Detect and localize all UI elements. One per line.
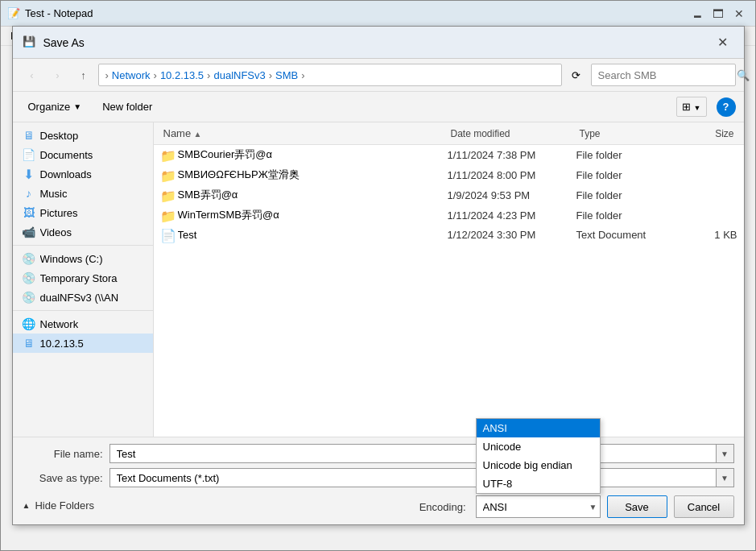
column-name[interactable]: Name ▲ [160, 126, 448, 141]
organize-chevron-icon: ▼ [73, 102, 81, 111]
filename-row: File name: ▼ [23, 444, 734, 463]
new-folder-button[interactable]: New folder [95, 97, 159, 117]
file-type: File folder [576, 189, 673, 201]
sidebar-documents-label: Documents [40, 149, 93, 161]
column-date[interactable]: Date modified [448, 126, 576, 141]
folder-icon: 📁 [160, 168, 173, 181]
forward-button[interactable]: › [47, 64, 69, 86]
breadcrumb-sep2: › [207, 69, 210, 81]
file-row[interactable]: 📁SMB弄罚@α1/9/2024 9:53 PMFile folder [154, 185, 744, 205]
breadcrumb-dual[interactable]: dualNFSv3 [213, 69, 265, 81]
nav-bar: Organize ▼ New folder ⊞ ▼ ? [13, 92, 744, 122]
sidebar-pictures-label: Pictures [40, 207, 78, 219]
notepad-window: 📝 Test - Notepad 🗕 🗖 ✕ File Edit Format … [0, 0, 756, 551]
savetype-dropdown-arrow[interactable]: ▼ [717, 468, 734, 487]
sidebar-item-music[interactable]: ♪ Music [13, 184, 153, 203]
refresh-icon: ⟳ [572, 69, 580, 81]
folder-icon: 📁 [160, 188, 173, 201]
back-icon: ‹ [30, 69, 33, 81]
breadcrumb-smb[interactable]: SMB [275, 69, 298, 81]
file-type: File folder [576, 209, 673, 222]
savetype-input[interactable] [109, 468, 717, 487]
hide-folders-button[interactable]: ▲ Hide Folders [23, 499, 95, 512]
encoding-select[interactable]: ANSIUnicodeUnicode big endianUTF-8 [476, 495, 601, 518]
sort-icon: ▲ [194, 130, 202, 139]
view-toggle-button[interactable]: ⊞ ▼ [676, 97, 707, 117]
back-button[interactable]: ‹ [21, 64, 43, 86]
file-date: 1/11/2024 8:00 PM [448, 169, 576, 181]
sidebar-divider2 [13, 310, 153, 311]
sidebar-item-videos[interactable]: 📹 Videos [13, 222, 153, 242]
sidebar-item-network[interactable]: 🌐 Network [13, 314, 153, 334]
up-button[interactable]: ↑ [72, 64, 95, 86]
refresh-button[interactable]: ⟳ [565, 64, 588, 86]
file-row[interactable]: 📁SMBCourier弄罚@α1/11/2024 7:38 PMFile fol… [154, 145, 744, 165]
sidebar-videos-label: Videos [40, 226, 72, 238]
folder-icon: 📁 [160, 209, 173, 222]
dialog-close-button[interactable]: ✕ [712, 31, 734, 54]
up-icon: ↑ [81, 69, 86, 81]
file-row[interactable]: 📄Test1/12/2024 3:30 PMText Document1 KB [154, 226, 744, 244]
sidebar-ip-label: 10.2.13.5 [40, 338, 84, 350]
file-size: 1 KB [673, 229, 737, 241]
column-type[interactable]: Type [576, 126, 673, 141]
encoding-option-utf8[interactable]: UTF-8 [477, 474, 600, 493]
dialog-title: Save As [43, 36, 712, 49]
sidebar-item-pictures[interactable]: 🖼 Pictures [13, 203, 153, 222]
sidebar-item-windows-c[interactable]: 💿 Windows (C:) [13, 249, 153, 268]
save-as-dialog: 💾 Save As ✕ ‹ › ↑ › Network › [12, 26, 745, 525]
videos-icon: 📹 [23, 226, 35, 238]
sidebar-item-documents[interactable]: 📄 Documents [13, 145, 153, 164]
downloads-icon: ⬇ [23, 168, 35, 180]
search-input[interactable] [598, 69, 733, 81]
documents-icon: 📄 [23, 148, 35, 161]
encoding-option-unicode-be[interactable]: Unicode big endian [477, 456, 600, 474]
file-row[interactable]: 📁SMBИΘΩϜЄНЬΡЖ堂滑奥1/11/2024 8:00 PMFile fo… [154, 165, 744, 185]
cancel-button[interactable]: Cancel [674, 495, 734, 518]
sidebar-item-desktop[interactable]: 🖥 Desktop [13, 126, 153, 145]
nfs-drive-icon: 💿 [23, 291, 35, 304]
breadcrumb[interactable]: › Network › 10.2.13.5 › dualNFSv3 › SMB … [98, 64, 562, 86]
column-size[interactable]: Size [673, 126, 737, 141]
save-button[interactable]: Save [607, 495, 667, 518]
file-list-header: Name ▲ Date modified Type Size [154, 122, 744, 145]
toolbar: ‹ › ↑ › Network › 10.2.13.5 › dualNFSv3 … [13, 59, 744, 92]
filename-dropdown-arrow[interactable]: ▼ [717, 444, 734, 463]
desktop-icon: 🖥 [23, 129, 35, 142]
breadcrumb-network[interactable]: Network [112, 69, 151, 81]
breadcrumb-sep1: › [154, 69, 157, 81]
footer-row: ▲ Hide Folders Encoding: ANSIUnicodeUnic… [23, 492, 734, 518]
windows-drive-icon: 💿 [23, 252, 35, 265]
view-chevron-icon: ▼ [694, 104, 701, 112]
filename-label: File name: [23, 448, 103, 460]
savetype-input-wrap: ▼ [109, 468, 734, 487]
hide-folders-label: Hide Folders [35, 499, 94, 512]
encoding-option-ansi[interactable]: ANSI [477, 419, 600, 437]
sidebar-item-dualnfsv3[interactable]: 💿 dualNFSv3 (\\AN [13, 288, 153, 307]
content-area: 🖥 Desktop 📄 Documents ⬇ Downloads ♪ Musi… [13, 122, 744, 437]
file-name: SMB弄罚@α [178, 188, 448, 202]
search-bar[interactable]: 🔍 [591, 64, 736, 86]
sidebar-item-temp-storage[interactable]: 💿 Temporary Stora [13, 268, 153, 288]
filename-input[interactable] [109, 444, 717, 463]
help-icon: ? [723, 101, 729, 113]
encoding-option-unicode[interactable]: Unicode [477, 437, 600, 456]
file-name: Test [178, 229, 448, 241]
forward-icon: › [56, 69, 59, 81]
folder-icon: 📁 [160, 148, 173, 161]
sidebar-downloads-label: Downloads [40, 168, 92, 180]
savetype-row: Save as type: ▼ [23, 468, 734, 487]
help-button[interactable]: ? [717, 97, 736, 117]
encoding-select-wrap: ANSIUnicodeUnicode big endianUTF-8 ▼ ANS… [476, 495, 601, 518]
organize-button[interactable]: Organize ▼ [21, 97, 89, 117]
breadcrumb-ip[interactable]: 10.2.13.5 [160, 69, 204, 81]
sidebar-item-downloads[interactable]: ⬇ Downloads [13, 164, 153, 184]
network-icon: 🌐 [23, 317, 35, 330]
search-icon: 🔍 [737, 69, 750, 81]
computer-icon: 🖥 [23, 337, 35, 350]
sidebar-dualnfs-label: dualNFSv3 (\\AN [40, 292, 119, 304]
view-controls: ⊞ ▼ [676, 97, 707, 117]
sidebar-item-ip[interactable]: 🖥 10.2.13.5 [13, 334, 153, 353]
file-row[interactable]: 📁WinTermSMB弄罚@α1/11/2024 4:23 PMFile fol… [154, 205, 744, 226]
file-name: SMBCourier弄罚@α [178, 147, 448, 162]
